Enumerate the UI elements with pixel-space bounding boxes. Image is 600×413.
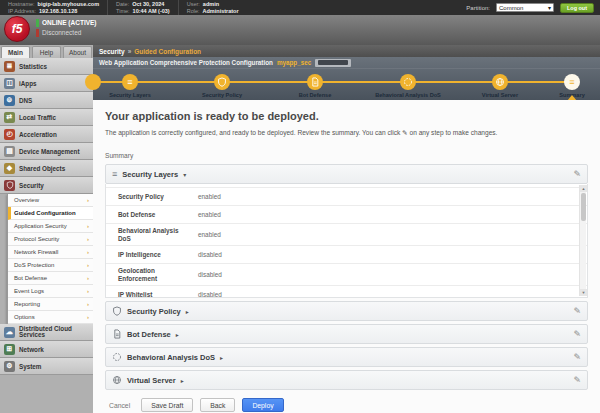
- scroll-down-icon[interactable]: ▼: [580, 289, 587, 296]
- chevron-right-icon: ▸: [176, 331, 179, 338]
- back-button[interactable]: Back: [200, 398, 235, 412]
- chevron-right-icon: ▸: [186, 308, 189, 315]
- summary-label: Summary: [105, 152, 600, 159]
- page-description: The application is correctly configured,…: [105, 129, 600, 137]
- edit-pencil-icon[interactable]: ✎: [573, 306, 581, 316]
- edit-pencil-icon[interactable]: ✎: [573, 375, 581, 385]
- sidebar-item-acceleration[interactable]: ◴Acceleration: [0, 126, 93, 143]
- step-security-policy[interactable]: Security Policy: [182, 74, 262, 98]
- partition-select[interactable]: Common ▾: [496, 3, 554, 12]
- step-behavioral-analysis-dos[interactable]: Behavioral Analysis DoS: [368, 74, 448, 98]
- panel-bot-defense-header[interactable]: Bot Defense ▸ ✎: [105, 324, 588, 344]
- sidebar-item-statistics[interactable]: ≣Statistics: [0, 58, 93, 75]
- security-submenu-item[interactable]: Overview ›: [8, 194, 93, 207]
- sidebar-item-dns[interactable]: ⊚DNS: [0, 92, 93, 109]
- list-icon: ≡: [122, 74, 138, 90]
- panel-security-policy-header[interactable]: Security Policy ▸ ✎: [105, 301, 588, 321]
- sidebar-item-label: Local Traffic: [19, 114, 56, 121]
- network-icon: ⊞: [4, 344, 15, 355]
- user-value: admin: [203, 1, 219, 8]
- step-summary[interactable]: ≡ Summary: [532, 74, 600, 98]
- chevron-right-icon: ▸: [181, 377, 184, 384]
- table-scrollbar[interactable]: ▲ ▼: [579, 185, 586, 296]
- security-submenu-item[interactable]: Reporting ›: [8, 298, 93, 311]
- scroll-up-icon[interactable]: ▲: [580, 185, 587, 192]
- wizard-band: Web Application Comprehensive Protection…: [93, 57, 600, 100]
- iapps-icon: ◫: [4, 78, 15, 89]
- sidebar-item-system[interactable]: ⚙System: [0, 358, 93, 375]
- logout-button[interactable]: Log out: [560, 3, 594, 13]
- sidebar-item-iapps[interactable]: ◫iApps: [0, 75, 93, 92]
- step-security-layers[interactable]: ≡ Security Layers: [90, 74, 170, 98]
- sidebar-item-shared-objects[interactable]: ◆Shared Objects: [0, 160, 93, 177]
- user-label: User:: [187, 1, 200, 8]
- security-submenu-item[interactable]: Network Firewall ›: [8, 246, 93, 259]
- brand-bar: f5 ONLINE (ACTIVE) Disconnected: [0, 15, 600, 45]
- partition-value: Common: [499, 5, 523, 11]
- row-label: Bot Defense: [118, 208, 198, 222]
- sidebar-item-local-traffic[interactable]: ⇄Local Traffic: [0, 109, 93, 126]
- chevron-down-icon: ▾: [183, 171, 186, 178]
- chevron-right-icon: ›: [87, 314, 89, 320]
- scrollbar-thumb[interactable]: [581, 193, 586, 221]
- breadcrumb-root[interactable]: Security: [99, 48, 125, 55]
- step-label: Virtual Server: [460, 92, 540, 98]
- step-virtual-server[interactable]: Virtual Server: [460, 74, 540, 98]
- row-value: enabled: [198, 211, 573, 218]
- security-submenu-item[interactable]: Bot Defense ›: [8, 272, 93, 285]
- security-submenu-item[interactable]: Guided Configuration: [8, 207, 93, 220]
- shared-objects-icon: ◆: [4, 163, 15, 174]
- security-submenu-item[interactable]: Protocol Security ›: [8, 233, 93, 246]
- sync-status-bar: [36, 29, 39, 37]
- edit-pencil-icon[interactable]: ✎: [573, 169, 581, 179]
- page-title: Your application is ready to be deployed…: [105, 110, 600, 122]
- sidebar-item-label: System: [19, 363, 41, 370]
- tab-main[interactable]: Main: [1, 46, 30, 58]
- tab-help[interactable]: Help: [32, 46, 61, 58]
- chevron-right-icon: ›: [87, 249, 89, 255]
- summary-panels: ≡ Security Layers ▾ ✎ Security Policy: [105, 164, 588, 390]
- sidebar-item-security[interactable]: Security: [0, 177, 93, 194]
- wizard-stepper: ≡ Security Layers Security Policy Bot De…: [93, 69, 600, 100]
- security-submenu-item[interactable]: Options ›: [8, 311, 93, 324]
- sidebar-item-network[interactable]: ⊞Network: [0, 341, 93, 358]
- security-submenu-item[interactable]: DoS Protection ›: [8, 259, 93, 272]
- security-submenu-item[interactable]: Application Security ›: [8, 220, 93, 233]
- panel-behavioral-analysis-dos: Behavioral Analysis DoS ▸ ✎: [105, 347, 588, 367]
- security-submenu-item[interactable]: Event Logs ›: [8, 285, 93, 298]
- chevron-right-icon: ›: [87, 223, 89, 229]
- security-layers-rows: Security Policy enabled Bot Defense enab…: [106, 188, 587, 298]
- sidebar-item-distributed-cloud-services[interactable]: ☁Distributed Cloud Services: [0, 324, 93, 341]
- cancel-button[interactable]: Cancel: [105, 402, 134, 409]
- panel-virtual-server: Virtual Server ▸ ✎: [105, 370, 588, 390]
- submenu-item-label: Reporting: [14, 301, 40, 307]
- device-management-icon: ▤: [4, 146, 15, 157]
- submenu-item-label: DoS Protection: [14, 262, 54, 268]
- statistics-icon: ≣: [4, 61, 15, 72]
- edit-pencil-icon[interactable]: ✎: [573, 329, 581, 339]
- deploy-button[interactable]: Deploy: [242, 398, 283, 412]
- row-label: Security Policy: [118, 190, 198, 204]
- save-draft-button[interactable]: Save Draft: [141, 398, 193, 412]
- summary-content: Your application is ready to be deployed…: [93, 100, 600, 413]
- table-row: Bot Defense enabled: [106, 206, 587, 224]
- config-title: Web Application Comprehensive Protection…: [99, 59, 273, 66]
- panel-title: Security Layers: [122, 170, 178, 179]
- row-label: Geolocation Enforcement: [118, 264, 198, 285]
- security-submenu: Overview › Guided Configuration Applicat…: [7, 194, 93, 324]
- panel-security-layers: ≡ Security Layers ▾ ✎ Security Policy: [105, 164, 588, 298]
- panel-security-layers-header[interactable]: ≡ Security Layers ▾ ✎: [105, 164, 588, 184]
- edit-pencil-icon[interactable]: ✎: [573, 352, 581, 362]
- sidebar-item-device-management[interactable]: ▤Device Management: [0, 143, 93, 160]
- step-bot-defense[interactable]: Bot Defense: [275, 74, 355, 98]
- tab-about[interactable]: About: [63, 46, 92, 58]
- panel-virtual-server-header[interactable]: Virtual Server ▸ ✎: [105, 370, 588, 390]
- panel-behavioral-analysis-dos-header[interactable]: Behavioral Analysis DoS ▸ ✎: [105, 347, 588, 367]
- sidebar: Main Help About ≣Statistics ◫iApps ⊚DNS …: [0, 45, 93, 413]
- chevron-right-icon: ›: [87, 288, 89, 294]
- role-label: Role:: [187, 8, 200, 15]
- main-area: Security » Guided Configuration Web Appl…: [93, 45, 600, 413]
- table-row: Security Policy enabled: [106, 188, 587, 206]
- role-value: Administrator: [203, 8, 239, 15]
- system-info-bar: Hostname:bigip-lab.myhouse.com IP Addres…: [0, 0, 600, 15]
